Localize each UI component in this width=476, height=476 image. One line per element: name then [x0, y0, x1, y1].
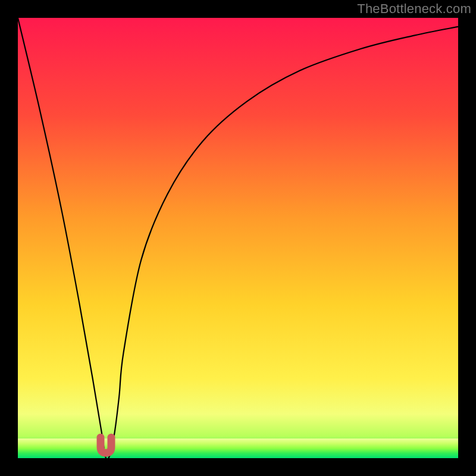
chart-root: TheBottleneck.com [0, 0, 476, 476]
bottleneck-curve [18, 18, 458, 458]
attribution-label: TheBottleneck.com [357, 1, 471, 17]
curve-layer [18, 18, 458, 458]
min-marker [101, 437, 111, 453]
plot-area [18, 18, 458, 458]
